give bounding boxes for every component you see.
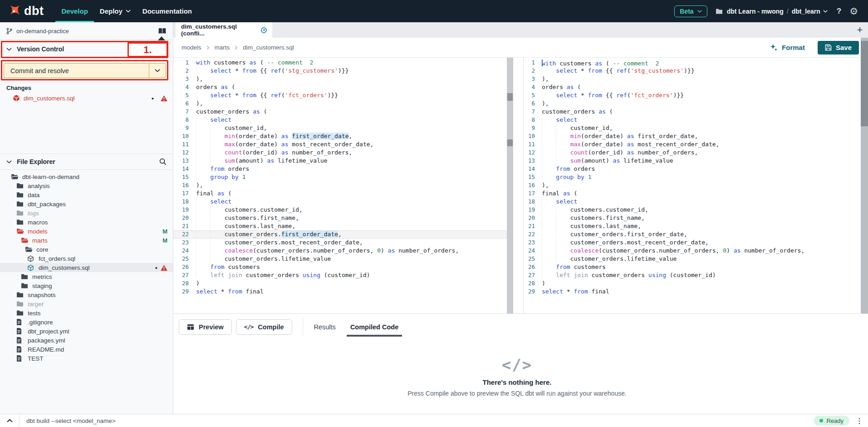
code-line[interactable]: 9 customer_id,	[173, 124, 507, 132]
code-line[interactable]: 29select * from final	[173, 288, 507, 296]
nav-develop[interactable]: Develop	[55, 0, 93, 22]
code-line[interactable]: 24 coalesce(customer_orders.number_of_or…	[173, 247, 507, 255]
project-dropdown[interactable]: dbt_learn	[792, 8, 828, 15]
tree-item-dim_customers.sql[interactable]: dim_customers.sql•	[0, 263, 173, 272]
branch-row[interactable]: on-demand-practice	[0, 22, 173, 40]
code-line[interactable]: 25 customer_orders.lifetime_value	[173, 255, 507, 263]
tree-item-staging[interactable]: staging	[0, 281, 173, 290]
tree-item-core[interactable]: core	[0, 245, 173, 254]
code-line[interactable]: 28)	[173, 279, 507, 288]
code-line[interactable]: 16),	[173, 181, 507, 189]
code-line[interactable]: 1with customers as ( -- comment 2	[524, 59, 861, 67]
tree-item-models[interactable]: modelsM	[0, 227, 173, 236]
code-line[interactable]: 24 coalesce(customer_orders.number_of_or…	[524, 247, 861, 255]
code-line[interactable]: 9 customer_id,	[524, 124, 861, 132]
code-line[interactable]: 19 customers.customer_id,	[524, 206, 861, 214]
window-scrollbar[interactable]	[861, 38, 868, 313]
code-line[interactable]: 23 customer_orders.most_recent_order_dat…	[173, 238, 507, 247]
code-line[interactable]: 3),	[173, 75, 507, 83]
file-explorer-header[interactable]: File Explorer	[0, 154, 173, 170]
tab-dim-customers[interactable]: dim_customers.sql (confli...	[176, 22, 272, 38]
tree-item-packages.yml[interactable]: packages.yml	[0, 336, 173, 345]
breadcrumb-file[interactable]: dim_customers.sql	[243, 44, 294, 51]
tree-item-data[interactable]: data	[0, 190, 173, 199]
code-line[interactable]: 22 customer_orders.first_order_date,	[173, 230, 507, 238]
code-line[interactable]: 6),	[524, 99, 861, 108]
beta-dropdown[interactable]: Beta	[674, 5, 707, 17]
editor-pane-left[interactable]: 1with customers as ( -- comment 22 selec…	[173, 58, 507, 313]
tab-compiled-code[interactable]: Compiled Code	[350, 319, 398, 335]
code-line[interactable]: 12 count(order_id) as number_of_orders,	[524, 149, 861, 157]
account-name[interactable]: dbt Learn - mwong	[727, 8, 784, 15]
version-control-header[interactable]: Version Control	[0, 40, 173, 58]
save-button[interactable]: Save	[818, 41, 859, 55]
code-line[interactable]: 7customer_orders as (	[524, 108, 861, 116]
tree-item-target[interactable]: target	[0, 299, 173, 308]
code-line[interactable]: 21 customers.last_name,	[173, 222, 507, 230]
code-line[interactable]: 21 customers.last_name,	[524, 222, 861, 230]
code-line[interactable]: 25 customer_orders.lifetime_value	[524, 255, 861, 263]
code-line[interactable]: 12 count(order_id) as number_of_orders,	[173, 149, 507, 157]
code-line[interactable]: 3),	[524, 75, 861, 83]
code-line[interactable]: 4orders as (	[173, 83, 507, 91]
code-line[interactable]: 11 max(order_date) as most_recent_order_…	[173, 140, 507, 149]
code-line[interactable]: 4orders as (	[524, 83, 861, 91]
code-line[interactable]: 7customer_orders as (	[173, 108, 507, 116]
tree-item-logs[interactable]: logs	[0, 209, 173, 218]
code-line[interactable]: 27 left join customer_orders using (cust…	[173, 271, 507, 279]
code-line[interactable]: 13 sum(amount) as lifetime_value	[173, 157, 507, 165]
breadcrumb-marts[interactable]: marts	[215, 44, 230, 51]
code-line[interactable]: 13 sum(amount) as lifetime_value	[524, 157, 861, 165]
code-line[interactable]: 17final as (	[173, 189, 507, 198]
dbt-logo[interactable]: dbt	[0, 5, 55, 18]
chevron-up-icon[interactable]	[0, 414, 19, 427]
code-line[interactable]: 18 select	[173, 198, 507, 206]
code-line[interactable]: 19 customers.customer_id,	[173, 206, 507, 214]
code-line[interactable]: 6),	[173, 99, 507, 108]
tree-item-README.md[interactable]: README.md	[0, 345, 173, 354]
tree-item-dbt_packages[interactable]: dbt_packages	[0, 199, 173, 209]
book-icon[interactable]	[158, 28, 167, 35]
nav-deploy[interactable]: Deploy	[94, 0, 137, 22]
code-line[interactable]: 20 customers.first_name,	[173, 214, 507, 222]
compile-button[interactable]: </> Compile	[236, 319, 292, 335]
code-line[interactable]: 16),	[524, 181, 861, 189]
tree-item-snapshots[interactable]: snapshots	[0, 290, 173, 299]
tree-item-marts[interactable]: martsM	[0, 236, 173, 245]
code-line[interactable]: 11 max(order_date) as most_recent_order_…	[524, 140, 861, 149]
code-line[interactable]: 10 min(order_date) as first_order_date,	[173, 132, 507, 140]
scrollbar-thumb[interactable]	[861, 41, 868, 126]
code-line[interactable]: 15 group by 1	[173, 173, 507, 181]
left-pane-scrollbar[interactable]	[507, 58, 513, 313]
code-line[interactable]: 5 select * from {{ ref('fct_orders')}}	[173, 91, 507, 99]
tree-item-macros[interactable]: macros	[0, 218, 173, 227]
code-line[interactable]: 18 select	[524, 198, 861, 206]
editor-pane-right[interactable]: 1with customers as ( -- comment 22 selec…	[523, 58, 861, 313]
search-icon[interactable]	[159, 158, 167, 165]
code-line[interactable]: 28)	[524, 279, 861, 288]
scrollbar-thumb[interactable]	[507, 139, 513, 146]
preview-button[interactable]: Preview	[179, 319, 232, 335]
tree-item-metrics[interactable]: metrics	[0, 272, 173, 281]
code-line[interactable]: 5 select * from {{ ref('fct_orders')}}	[524, 91, 861, 99]
code-line[interactable]: 23 customer_orders.most_recent_order_dat…	[524, 238, 861, 247]
code-line[interactable]: 20 customers.first_name,	[524, 214, 861, 222]
tree-item-TEST[interactable]: TEST	[0, 354, 173, 363]
help-icon[interactable]: ?	[837, 7, 841, 16]
code-line[interactable]: 14 from orders	[173, 165, 507, 173]
commit-and-resolve-button[interactable]: Commit and resolve	[4, 63, 166, 78]
gear-icon[interactable]: ⚙	[849, 6, 858, 16]
code-line[interactable]: 15 group by 1	[524, 173, 861, 181]
code-line[interactable]: 10 min(order_date) as first_order_date,	[524, 132, 861, 140]
code-line[interactable]: 8 select	[524, 116, 861, 124]
tree-item-dbt-learn-on-demand[interactable]: dbt-learn-on-demand	[0, 172, 173, 181]
code-line[interactable]: 8 select	[173, 116, 507, 124]
tree-item-tests[interactable]: tests	[0, 308, 173, 318]
code-line[interactable]: 26 from customers	[173, 263, 507, 271]
command-input[interactable]: dbt build --select <model_name>	[20, 417, 814, 424]
commit-options-chevron[interactable]	[149, 64, 166, 78]
tree-item-.gitignore[interactable]: .gitignore	[0, 318, 173, 327]
tree-item-dbt_project.yml[interactable]: dbt_project.yml	[0, 327, 173, 336]
code-line[interactable]: 2 select * from {{ ref('stg_customers')}…	[173, 67, 507, 75]
tree-item-analysis[interactable]: analysis	[0, 181, 173, 190]
